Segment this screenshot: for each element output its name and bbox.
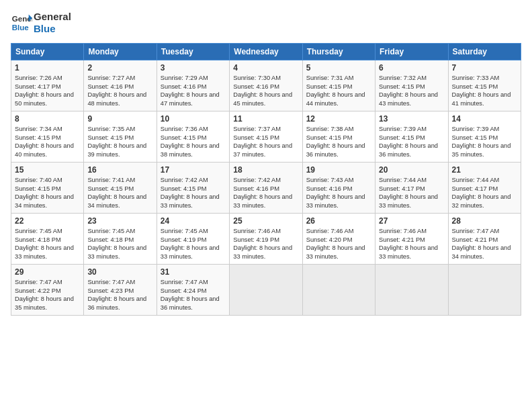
cell-info: Sunrise: 7:35 AMSunset: 4:15 PMDaylight:…: [87, 126, 146, 158]
calendar-cell: 12 Sunrise: 7:38 AMSunset: 4:15 PMDaylig…: [302, 111, 375, 163]
calendar-cell: 15 Sunrise: 7:40 AMSunset: 4:15 PMDaylig…: [11, 163, 84, 214]
day-number: 20: [379, 165, 444, 175]
day-number: 26: [306, 216, 371, 226]
calendar-cell: 31 Sunrise: 7:47 AMSunset: 4:24 PMDaylig…: [157, 265, 229, 316]
calendar-cell: 29 Sunrise: 7:47 AMSunset: 4:22 PMDaylig…: [11, 265, 84, 316]
calendar-cell: 18 Sunrise: 7:42 AMSunset: 4:16 PMDaylig…: [230, 163, 302, 214]
day-number: 28: [452, 216, 517, 226]
week-row-1: 1 Sunrise: 7:26 AMSunset: 4:17 PMDayligh…: [11, 60, 521, 111]
cell-info: Sunrise: 7:31 AMSunset: 4:15 PMDaylight:…: [306, 75, 365, 107]
cell-info: Sunrise: 7:46 AMSunset: 4:21 PMDaylight:…: [379, 228, 438, 260]
calendar-cell: 11 Sunrise: 7:37 AMSunset: 4:15 PMDaylig…: [230, 111, 302, 163]
week-row-3: 15 Sunrise: 7:40 AMSunset: 4:15 PMDaylig…: [11, 163, 521, 214]
day-number: 5: [306, 63, 371, 73]
cell-info: Sunrise: 7:47 AMSunset: 4:24 PMDaylight:…: [161, 279, 220, 311]
calendar-cell: [448, 265, 521, 316]
calendar-cell: 30 Sunrise: 7:47 AMSunset: 4:23 PMDaylig…: [84, 265, 157, 316]
calendar-cell: 4 Sunrise: 7:30 AMSunset: 4:16 PMDayligh…: [230, 60, 302, 111]
day-number: 25: [233, 216, 298, 226]
week-row-2: 8 Sunrise: 7:34 AMSunset: 4:15 PMDayligh…: [11, 111, 521, 163]
cell-info: Sunrise: 7:39 AMSunset: 4:15 PMDaylight:…: [379, 126, 438, 158]
calendar-cell: 26 Sunrise: 7:46 AMSunset: 4:20 PMDaylig…: [302, 214, 375, 265]
day-number: 21: [452, 165, 517, 175]
cell-info: Sunrise: 7:46 AMSunset: 4:19 PMDaylight:…: [233, 228, 292, 260]
cell-info: Sunrise: 7:42 AMSunset: 4:15 PMDaylight:…: [161, 177, 220, 209]
day-number: 7: [452, 63, 517, 73]
day-number: 9: [87, 114, 152, 124]
cell-info: Sunrise: 7:26 AMSunset: 4:17 PMDaylight:…: [15, 75, 74, 107]
cell-info: Sunrise: 7:39 AMSunset: 4:15 PMDaylight:…: [452, 126, 511, 158]
logo-general: General: [34, 11, 71, 22]
cell-info: Sunrise: 7:32 AMSunset: 4:15 PMDaylight:…: [379, 75, 438, 107]
calendar-cell: 25 Sunrise: 7:46 AMSunset: 4:19 PMDaylig…: [230, 214, 302, 265]
day-number: 4: [233, 63, 298, 73]
cell-info: Sunrise: 7:47 AMSunset: 4:22 PMDaylight:…: [15, 279, 74, 311]
weekday-header-thursday: Thursday: [302, 44, 375, 60]
week-row-5: 29 Sunrise: 7:47 AMSunset: 4:22 PMDaylig…: [11, 265, 521, 316]
cell-info: Sunrise: 7:37 AMSunset: 4:15 PMDaylight:…: [233, 126, 292, 158]
day-number: 16: [87, 165, 152, 175]
day-number: 8: [15, 114, 80, 124]
weekday-header-monday: Monday: [84, 44, 157, 60]
calendar-cell: 23 Sunrise: 7:45 AMSunset: 4:18 PMDaylig…: [84, 214, 157, 265]
calendar-cell: [375, 265, 448, 316]
calendar-cell: 28 Sunrise: 7:47 AMSunset: 4:21 PMDaylig…: [448, 214, 521, 265]
cell-info: Sunrise: 7:47 AMSunset: 4:21 PMDaylight:…: [452, 228, 511, 260]
day-number: 19: [306, 165, 371, 175]
cell-info: Sunrise: 7:45 AMSunset: 4:18 PMDaylight:…: [15, 228, 74, 260]
cell-info: Sunrise: 7:44 AMSunset: 4:17 PMDaylight:…: [379, 177, 438, 209]
day-number: 13: [379, 114, 444, 124]
calendar-cell: 14 Sunrise: 7:39 AMSunset: 4:15 PMDaylig…: [448, 111, 521, 163]
logo-blue: Blue: [34, 23, 71, 35]
calendar-cell: 3 Sunrise: 7:29 AMSunset: 4:16 PMDayligh…: [157, 60, 229, 111]
calendar-cell: 17 Sunrise: 7:42 AMSunset: 4:15 PMDaylig…: [157, 163, 229, 214]
logo: General Blue General Blue: [11, 11, 71, 35]
page: General Blue General Blue SundayMondayTu…: [0, 0, 532, 411]
day-number: 24: [161, 216, 226, 226]
day-number: 6: [379, 63, 444, 73]
cell-info: Sunrise: 7:45 AMSunset: 4:18 PMDaylight:…: [87, 228, 146, 260]
day-number: 10: [161, 114, 226, 124]
calendar-cell: 19 Sunrise: 7:43 AMSunset: 4:16 PMDaylig…: [302, 163, 375, 214]
calendar-cell: 5 Sunrise: 7:31 AMSunset: 4:15 PMDayligh…: [302, 60, 375, 111]
calendar-cell: 24 Sunrise: 7:45 AMSunset: 4:19 PMDaylig…: [157, 214, 229, 265]
calendar-cell: 2 Sunrise: 7:27 AMSunset: 4:16 PMDayligh…: [84, 60, 157, 111]
cell-info: Sunrise: 7:36 AMSunset: 4:15 PMDaylight:…: [161, 126, 220, 158]
calendar-cell: 27 Sunrise: 7:46 AMSunset: 4:21 PMDaylig…: [375, 214, 448, 265]
calendar-cell: 1 Sunrise: 7:26 AMSunset: 4:17 PMDayligh…: [11, 60, 84, 111]
week-row-4: 22 Sunrise: 7:45 AMSunset: 4:18 PMDaylig…: [11, 214, 521, 265]
day-number: 3: [161, 63, 226, 73]
cell-info: Sunrise: 7:38 AMSunset: 4:15 PMDaylight:…: [306, 126, 365, 158]
weekday-header-row: SundayMondayTuesdayWednesdayThursdayFrid…: [11, 44, 521, 60]
cell-info: Sunrise: 7:47 AMSunset: 4:23 PMDaylight:…: [87, 279, 146, 311]
calendar-cell: [302, 265, 375, 316]
cell-info: Sunrise: 7:43 AMSunset: 4:16 PMDaylight:…: [306, 177, 365, 209]
cell-info: Sunrise: 7:46 AMSunset: 4:20 PMDaylight:…: [306, 228, 365, 260]
day-number: 23: [87, 216, 152, 226]
day-number: 31: [161, 267, 226, 277]
cell-info: Sunrise: 7:33 AMSunset: 4:15 PMDaylight:…: [452, 75, 511, 107]
cell-info: Sunrise: 7:30 AMSunset: 4:16 PMDaylight:…: [233, 75, 292, 107]
cell-info: Sunrise: 7:41 AMSunset: 4:15 PMDaylight:…: [87, 177, 146, 209]
cell-info: Sunrise: 7:34 AMSunset: 4:15 PMDaylight:…: [15, 126, 74, 158]
cell-info: Sunrise: 7:45 AMSunset: 4:19 PMDaylight:…: [161, 228, 220, 260]
svg-text:Blue: Blue: [12, 24, 30, 32]
weekday-header-friday: Friday: [375, 44, 448, 60]
calendar-cell: 9 Sunrise: 7:35 AMSunset: 4:15 PMDayligh…: [84, 111, 157, 163]
calendar-cell: 7 Sunrise: 7:33 AMSunset: 4:15 PMDayligh…: [448, 60, 521, 111]
calendar-cell: [230, 265, 302, 316]
weekday-header-tuesday: Tuesday: [157, 44, 229, 60]
calendar-cell: 20 Sunrise: 7:44 AMSunset: 4:17 PMDaylig…: [375, 163, 448, 214]
cell-info: Sunrise: 7:44 AMSunset: 4:17 PMDaylight:…: [452, 177, 511, 209]
day-number: 1: [15, 63, 80, 73]
calendar-cell: 6 Sunrise: 7:32 AMSunset: 4:15 PMDayligh…: [375, 60, 448, 111]
header: General Blue General Blue: [11, 11, 521, 35]
calendar-cell: 22 Sunrise: 7:45 AMSunset: 4:18 PMDaylig…: [11, 214, 84, 265]
day-number: 2: [87, 63, 152, 73]
day-number: 11: [233, 114, 298, 124]
day-number: 22: [15, 216, 80, 226]
weekday-header-saturday: Saturday: [448, 44, 521, 60]
day-number: 18: [233, 165, 298, 175]
calendar-cell: 21 Sunrise: 7:44 AMSunset: 4:17 PMDaylig…: [448, 163, 521, 214]
weekday-header-wednesday: Wednesday: [230, 44, 302, 60]
